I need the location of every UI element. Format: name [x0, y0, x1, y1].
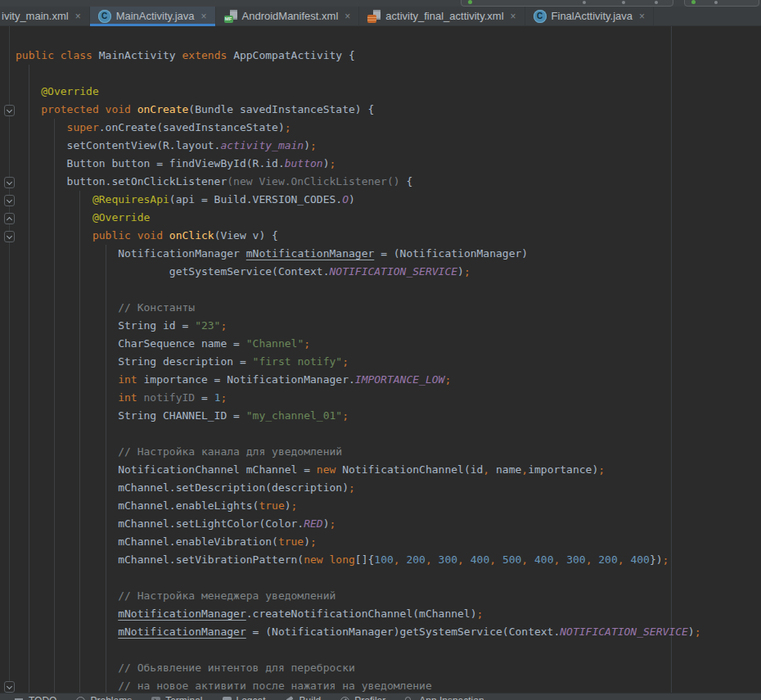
- run-controls-widget[interactable]: [684, 0, 759, 7]
- code-line[interactable]: @Override: [0, 83, 761, 101]
- code-line[interactable]: [0, 281, 761, 299]
- tab-label: ivity_main.xml: [2, 10, 69, 22]
- problems-icon: [76, 697, 85, 700]
- code-line[interactable]: mChannel.setLightColor(Color.RED);: [0, 515, 761, 533]
- code-line[interactable]: [0, 425, 761, 443]
- code-line[interactable]: button.setOnClickListener(new View.OnCli…: [0, 173, 761, 191]
- tool-window-button-problems[interactable]: Problems: [76, 695, 132, 700]
- toolbar-dot-icon: [655, 1, 658, 4]
- tab-close-icon[interactable]: ×: [75, 11, 81, 22]
- tab-androidmanifest-xml[interactable]: MFAndroidManifest.xml×: [216, 7, 360, 25]
- run-button-icon: [691, 0, 696, 4]
- device-selector-widget[interactable]: [461, 0, 673, 7]
- code-line[interactable]: mChannel.setVibrationPattern(new long[]{…: [0, 551, 761, 569]
- tool-window-label: Terminal: [165, 695, 202, 700]
- tab-label: FinalActtivity.java: [552, 10, 633, 22]
- fold-chevron-icon[interactable]: [4, 105, 15, 116]
- code-line[interactable]: // Обьявление интентов для переброски: [0, 659, 761, 677]
- code-line[interactable]: [0, 641, 761, 659]
- code-line[interactable]: public class MainActivity extends AppCom…: [0, 47, 761, 65]
- tab-close-icon[interactable]: ×: [639, 11, 645, 22]
- code-line[interactable]: [0, 65, 761, 83]
- code-line[interactable]: NotificationChannel mChannel = new Notif…: [0, 461, 761, 479]
- tool-window-label: Problems: [90, 695, 132, 700]
- tool-window-button-todo[interactable]: TODO: [15, 695, 56, 700]
- android-studio-window: ivity_main.xml×CMainActivity.java×MFAndr…: [0, 0, 761, 700]
- tab-finalacttivity-java[interactable]: CFinalActtivity.java×: [525, 7, 654, 25]
- code-line[interactable]: String description = "first notify";: [0, 353, 761, 371]
- code-line[interactable]: super.onCreate(savedInstanceState);: [0, 119, 761, 137]
- tab-mainactivity-java[interactable]: CMainActivity.java×: [90, 7, 216, 25]
- layout-xml-icon: [367, 10, 380, 23]
- code-content[interactable]: public class MainActivity extends AppCom…: [0, 26, 761, 693]
- code-line[interactable]: String id = "23";: [0, 317, 761, 335]
- code-line[interactable]: mChannel.setDescription(description);: [0, 479, 761, 497]
- code-line[interactable]: setContentView(R.layout.activity_main);: [0, 137, 761, 155]
- fold-chevron-icon[interactable]: [4, 231, 15, 242]
- tab-label: AndroidManifest.xml: [242, 10, 339, 22]
- code-line[interactable]: public void onClick(View v) {: [0, 227, 761, 245]
- tool-window-label: TODO: [29, 695, 56, 700]
- code-line[interactable]: // Настройка менеджера уведомлений: [0, 587, 761, 605]
- code-line[interactable]: getSystemService(Context.NOTIFICATION_SE…: [0, 263, 761, 281]
- tool-window-bar: TODOProblemsTerminalLogcatBuildProfilerA…: [0, 693, 761, 700]
- code-editor[interactable]: public class MainActivity extends AppCom…: [0, 26, 761, 693]
- code-line[interactable]: protected void onCreate(Bundle savedInst…: [0, 101, 761, 119]
- code-line[interactable]: NotificationManager mNotificationManager…: [0, 245, 761, 263]
- tool-window-buttons: TODOProblemsTerminalLogcatBuildProfilerA…: [0, 693, 761, 700]
- code-line[interactable]: // Константы: [0, 299, 761, 317]
- code-line[interactable]: int importance = NotificationManager.IMP…: [0, 371, 761, 389]
- code-line[interactable]: String CHANNEL_ID = "my_channel_01";: [0, 407, 761, 425]
- code-line[interactable]: // Настройка канала для уведомлений: [0, 443, 761, 461]
- tool-window-label: Build: [299, 695, 322, 700]
- main-toolbar: [0, 0, 761, 7]
- tab-activity-final-acttivity-xml[interactable]: activity_final_acttivity.xml×: [359, 7, 525, 25]
- code-line[interactable]: mNotificationManager.createNotificationC…: [0, 605, 761, 623]
- tool-window-button-terminal[interactable]: Terminal: [151, 695, 202, 700]
- java-class-icon: C: [98, 10, 111, 23]
- app-inspection-icon: [405, 697, 414, 700]
- code-line[interactable]: // на новое активити после нажатия на ув…: [0, 677, 761, 693]
- code-line[interactable]: Button button = findViewById(R.id.button…: [0, 155, 761, 173]
- code-line[interactable]: @Override: [0, 209, 761, 227]
- code-line[interactable]: CharSequence name = "Channel";: [0, 335, 761, 353]
- tool-window-label: App Inspection: [419, 695, 484, 700]
- code-line[interactable]: int notifyID = 1;: [0, 389, 761, 407]
- toolbar-dot-icon: [622, 1, 625, 4]
- logcat-icon: [223, 697, 232, 700]
- tab-close-icon[interactable]: ×: [200, 11, 206, 22]
- tab-label: activity_final_acttivity.xml: [385, 10, 503, 22]
- tab-close-icon[interactable]: ×: [511, 11, 516, 22]
- fold-chevron-icon[interactable]: [4, 195, 15, 206]
- tool-window-label: Logcat: [236, 695, 266, 700]
- tool-window-button-build[interactable]: Build: [286, 695, 322, 700]
- code-line[interactable]: mChannel.enableVibration(true);: [0, 533, 761, 551]
- fold-chevron-up-icon[interactable]: [4, 213, 15, 224]
- code-line[interactable]: mChannel.enableLights(true);: [0, 497, 761, 515]
- code-line[interactable]: @RequiresApi(api = Build.VERSION_CODES.O…: [0, 191, 761, 209]
- run-status-dot-icon: [468, 0, 472, 4]
- tool-window-button-app-inspection[interactable]: App Inspection: [405, 695, 484, 700]
- tool-window-button-logcat[interactable]: Logcat: [223, 695, 266, 700]
- tab-close-icon[interactable]: ×: [344, 11, 350, 22]
- code-line[interactable]: [0, 569, 761, 587]
- fold-chevron-icon[interactable]: [4, 681, 15, 693]
- manifest-icon: MF: [224, 10, 237, 23]
- fold-chevron-icon[interactable]: [4, 177, 15, 188]
- terminal-icon: [151, 697, 160, 700]
- tab-ivity-main-xml[interactable]: ivity_main.xml×: [0, 7, 90, 25]
- toolbar-dot-icon: [583, 1, 586, 4]
- toolbar-dot-icon: [714, 1, 718, 4]
- build-icon: [286, 697, 295, 700]
- todo-icon: [15, 697, 24, 700]
- editor-tab-bar: ivity_main.xml×CMainActivity.java×MFAndr…: [0, 7, 761, 26]
- code-line[interactable]: mNotificationManager = (NotificationMana…: [0, 623, 761, 641]
- profiler-icon: [340, 697, 349, 700]
- tool-window-button-profiler[interactable]: Profiler: [340, 695, 385, 700]
- tool-window-label: Profiler: [354, 695, 385, 700]
- java-class-icon: C: [534, 10, 547, 23]
- tab-label: MainActivity.java: [116, 10, 195, 22]
